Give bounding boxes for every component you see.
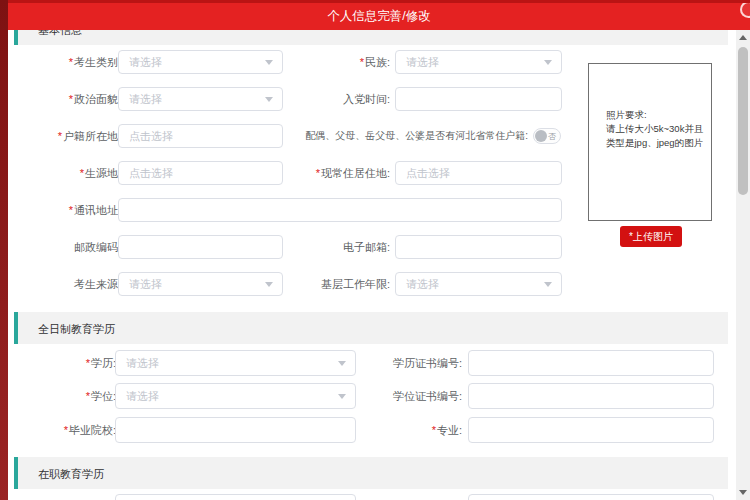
chevron-down-icon <box>265 97 273 102</box>
section-onjob-education: 在职教育学历 <box>14 457 728 489</box>
label-origin-place: *生源地: <box>10 161 121 185</box>
chevron-down-icon <box>338 361 346 366</box>
ethnicity-placeholder: 请选择 <box>396 51 561 73</box>
required-star: * <box>69 56 73 68</box>
ethnicity-select[interactable]: 请选择 <box>395 50 562 74</box>
required-star: * <box>360 56 364 68</box>
chevron-down-icon <box>544 282 552 287</box>
label-education: *学历: <box>10 350 116 376</box>
photo-requirements-body: 请上传大小5k~30k并且类型是jpg、jpeg的图片 <box>606 123 703 148</box>
required-star: * <box>58 130 62 142</box>
current-residence-input[interactable] <box>396 162 561 184</box>
current-residence-field <box>395 161 562 185</box>
required-star: * <box>86 357 90 369</box>
section-fulltime-education-label: 全日制教育学历 <box>38 322 115 337</box>
education-placeholder: 请选择 <box>116 351 355 375</box>
household-location-input[interactable] <box>119 125 282 147</box>
required-star: * <box>69 93 73 105</box>
label-graduate-school: *毕业院校: <box>10 417 116 443</box>
label-candidate-source: 考生来源: <box>10 272 121 296</box>
label-party-join-time: 入党时间: <box>290 87 390 111</box>
label-postal-code: 邮政编码: <box>10 235 121 259</box>
onjob-education-field-partial[interactable] <box>115 494 356 500</box>
origin-place-input[interactable] <box>119 162 282 184</box>
party-join-time-input[interactable] <box>396 88 561 110</box>
chevron-down-icon <box>544 60 552 65</box>
label-degree: *学位: <box>10 383 116 409</box>
required-star: * <box>316 167 320 179</box>
section-basic-info-label: 基本信息 <box>38 30 82 38</box>
degree-cert-no-input[interactable] <box>469 384 713 408</box>
chevron-down-icon <box>265 60 273 65</box>
grassroots-years-select[interactable]: 请选择 <box>395 272 562 296</box>
toggle-knob <box>535 130 547 142</box>
degree-select[interactable]: 请选择 <box>115 383 356 409</box>
required-star: * <box>432 424 436 436</box>
label-relatives-hukou-question: 配偶、父母、岳父母、公婆是否有河北省常住户籍: <box>298 124 528 148</box>
relatives-hukou-toggle[interactable]: 否 <box>533 128 561 144</box>
personal-info-modal: 个人信息完善/修改 基本信息 *考生类别: 请选择 *民族: 请选择 *政治面貌… <box>8 0 750 500</box>
email-field <box>395 235 562 259</box>
party-join-time-field <box>395 87 562 111</box>
required-star: * <box>80 167 84 179</box>
scrollbar-thumb[interactable] <box>738 47 748 195</box>
label-major: *专业: <box>362 417 462 443</box>
close-icon[interactable] <box>740 1 750 18</box>
chevron-down-icon <box>265 282 273 287</box>
vertical-scrollbar <box>736 30 750 500</box>
chevron-down-icon <box>338 394 346 399</box>
education-cert-no-field <box>468 350 714 376</box>
graduate-school-field <box>115 417 356 443</box>
onjob-cert-field-partial[interactable] <box>468 494 714 500</box>
candidate-type-placeholder: 请选择 <box>119 51 282 73</box>
grassroots-years-placeholder: 请选择 <box>396 273 561 295</box>
photo-requirements: 照片要求: 请上传大小5k~30k并且类型是jpg、jpeg的图片 <box>606 108 710 150</box>
postal-code-input[interactable] <box>119 236 282 258</box>
modal-title: 个人信息完善/修改 <box>8 3 750 29</box>
scroll-up-icon[interactable] <box>739 35 747 40</box>
required-star: * <box>64 424 68 436</box>
scroll-down-icon[interactable] <box>739 490 747 495</box>
label-current-residence: *现常住居住地: <box>290 161 390 185</box>
label-degree-cert-no: 学位证书编号: <box>362 383 462 409</box>
graduate-school-input[interactable] <box>116 418 355 442</box>
email-input[interactable] <box>396 236 561 258</box>
degree-placeholder: 请选择 <box>116 384 355 408</box>
label-education-cert-no: 学历证书编号: <box>362 350 462 376</box>
label-email: 电子邮箱: <box>290 235 390 259</box>
photo-requirements-title: 照片要求: <box>606 109 647 120</box>
candidate-source-select[interactable]: 请选择 <box>118 272 283 296</box>
upload-photo-button[interactable]: *上传图片 <box>620 226 682 247</box>
political-status-select[interactable]: 请选择 <box>118 87 283 111</box>
toggle-state-label: 否 <box>548 132 556 142</box>
education-cert-no-input[interactable] <box>469 351 713 375</box>
household-location-field <box>118 124 283 148</box>
political-status-placeholder: 请选择 <box>119 88 282 110</box>
section-onjob-education-label: 在职教育学历 <box>38 467 104 482</box>
label-political-status: *政治面貌: <box>10 87 121 111</box>
label-grassroots-years: 基层工作年限: <box>290 272 390 296</box>
candidate-source-placeholder: 请选择 <box>119 273 282 295</box>
origin-place-field <box>118 161 283 185</box>
modal-content: 基本信息 *考生类别: 请选择 *民族: 请选择 *政治面貌: 请选择 入党时间… <box>8 30 731 500</box>
modal-header: 个人信息完善/修改 <box>8 0 750 30</box>
mailing-address-field <box>118 198 562 222</box>
candidate-type-select[interactable]: 请选择 <box>118 50 283 74</box>
screen: 个人信息完善/修改 基本信息 *考生类别: 请选择 *民族: 请选择 *政治面貌… <box>0 0 750 500</box>
label-household-location: *户籍所在地: <box>10 124 121 148</box>
major-input[interactable] <box>469 418 713 442</box>
major-field <box>468 417 714 443</box>
label-candidate-type: *考生类别: <box>10 50 121 74</box>
required-star: * <box>86 390 90 402</box>
education-select[interactable]: 请选择 <box>115 350 356 376</box>
degree-cert-no-field <box>468 383 714 409</box>
label-mailing-address: *通讯地址: <box>10 198 121 222</box>
mailing-address-input[interactable] <box>119 199 561 221</box>
section-fulltime-education: 全日制教育学历 <box>14 312 728 344</box>
section-basic-info: 基本信息 <box>14 30 728 45</box>
postal-code-field <box>118 235 283 259</box>
required-star: * <box>69 204 73 216</box>
page-edge-backdrop <box>0 0 8 500</box>
label-ethnicity: *民族: <box>290 50 390 74</box>
